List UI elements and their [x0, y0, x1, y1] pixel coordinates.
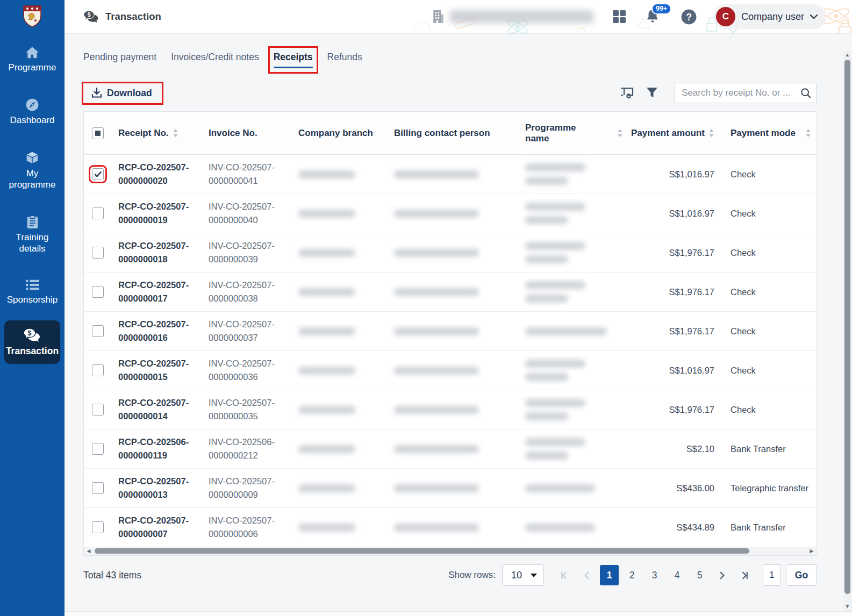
payment-mode-cell: Check — [722, 207, 817, 220]
redacted-programme-name — [525, 524, 595, 532]
rows-per-page-select[interactable]: 10 — [502, 564, 544, 586]
scroll-left-arrow[interactable]: ◀ — [85, 549, 92, 554]
row-checkbox[interactable] — [92, 247, 104, 259]
home-icon — [25, 46, 39, 59]
search-icon[interactable] — [800, 87, 811, 99]
toolbar-right — [620, 83, 817, 103]
payment-mode-cell: Check — [722, 325, 817, 338]
sidebar-item-dashboard[interactable]: Dashboard — [2, 98, 62, 126]
row-checkbox[interactable] — [92, 443, 104, 455]
table-toolbar: Download — [83, 83, 817, 103]
clipboard-icon — [26, 215, 39, 229]
redacted-company-branch — [298, 210, 355, 218]
vertical-scrollbar-thumb[interactable] — [844, 60, 850, 594]
row-checkbox[interactable] — [92, 482, 104, 494]
help-button[interactable]: ? — [681, 9, 697, 25]
redacted-programme-name — [525, 203, 585, 224]
column-header-payment-amount: Payment amount — [631, 128, 705, 139]
horizontal-scrollbar-thumb[interactable] — [95, 548, 749, 554]
redacted-billing-contact — [394, 445, 479, 453]
search-input[interactable] — [682, 88, 800, 98]
redacted-billing-contact — [394, 327, 479, 335]
go-button[interactable]: Go — [786, 564, 817, 586]
payment-mode-cell: Telegraphic transfer — [722, 482, 817, 495]
question-mark-icon: ? — [681, 9, 697, 25]
goto-page-input[interactable] — [763, 564, 781, 586]
next-page-button[interactable] — [713, 565, 732, 585]
tab-invoices-credit-notes[interactable]: Invoices/Credit notes — [171, 52, 259, 68]
first-page-button[interactable] — [555, 565, 574, 585]
column-header-payment-mode: Payment mode — [731, 128, 796, 139]
cube-icon — [25, 151, 39, 165]
sidebar-item-sponsorship[interactable]: Sponsorship — [2, 278, 62, 305]
payment-mode-cell: Check — [722, 285, 817, 299]
chevron-right-icon — [718, 571, 726, 580]
sidebar-nav: Programme Dashboard My programme Trainin… — [0, 31, 65, 364]
tab-refunds[interactable]: Refunds — [327, 52, 362, 68]
sort-icon[interactable] — [173, 128, 178, 138]
invoice-no-cell: INV-CO-202507-0000000039 — [209, 239, 298, 266]
row-checkbox[interactable] — [92, 286, 104, 298]
sidebar-item-transaction[interactable]: $ Transaction — [4, 320, 60, 364]
receipt-no-cell: RCP-CO-202507-0000000015 — [118, 357, 209, 384]
payment-amount-cell: S$1,976.17 — [631, 246, 722, 260]
filter-icon — [646, 87, 658, 99]
payment-amount-cell: S$1,016.97 — [631, 168, 722, 181]
pagination: Show rows: 10 1 2 3 4 5 — [448, 564, 817, 586]
topbar-actions: 99+ ? C Company user — [432, 4, 852, 29]
page-button-1[interactable]: 1 — [600, 565, 619, 585]
redacted-programme-name — [525, 438, 585, 460]
user-avatar: C — [716, 7, 735, 26]
row-checkbox-checked[interactable] — [92, 168, 104, 180]
page-title-group: $ Transaction — [83, 10, 161, 24]
scroll-right-arrow[interactable]: ▶ — [808, 549, 815, 554]
redacted-billing-contact — [394, 367, 479, 375]
table-row: RCP-CO-202507-0000000018 INV-CO-202507-0… — [84, 233, 817, 273]
row-checkbox[interactable] — [92, 404, 104, 416]
previous-page-button[interactable] — [577, 565, 596, 585]
svg-text:$: $ — [28, 329, 32, 336]
page-title: Transaction — [105, 11, 161, 23]
page-button-4[interactable]: 4 — [668, 565, 686, 585]
scroll-up-arrow[interactable]: ▲ — [845, 51, 850, 59]
sidebar-item-training-details[interactable]: Training details — [2, 215, 62, 255]
row-checkbox[interactable] — [92, 207, 104, 219]
redacted-company-branch — [298, 445, 355, 453]
download-button[interactable]: Download — [83, 83, 162, 103]
sort-icon[interactable] — [617, 128, 623, 138]
redacted-company-branch — [298, 170, 355, 178]
redacted-programme-name — [525, 163, 585, 185]
page-button-2[interactable]: 2 — [622, 565, 641, 585]
scroll-down-arrow[interactable]: ▼ — [845, 603, 850, 610]
chevron-down-icon — [810, 15, 818, 19]
receipt-no-cell: RCP-CO-202507-0000000020 — [118, 161, 209, 188]
page: Programme Dashboard My programme Trainin… — [0, 0, 852, 616]
redacted-company-branch — [298, 327, 355, 335]
select-all-checkbox[interactable] — [92, 127, 104, 139]
tab-pending-payment[interactable]: Pending payment — [83, 52, 156, 68]
sidebar-item-programme[interactable]: Programme — [2, 46, 62, 73]
row-checkbox[interactable] — [92, 325, 104, 337]
page-button-5[interactable]: 5 — [690, 565, 709, 585]
row-checkbox[interactable] — [92, 521, 104, 533]
payment-amount-cell: S$1,976.17 — [631, 325, 722, 338]
row-checkbox[interactable] — [92, 364, 104, 376]
last-page-button[interactable] — [735, 565, 754, 585]
redacted-programme-name — [525, 281, 585, 303]
tab-receipts[interactable]: Receipts — [274, 52, 313, 68]
redacted-billing-contact — [394, 249, 479, 257]
redacted-company-name — [449, 10, 593, 23]
page-button-3[interactable]: 3 — [645, 565, 664, 585]
sidebar: Programme Dashboard My programme Trainin… — [0, 0, 65, 616]
table-settings-icon — [620, 87, 634, 99]
receipt-no-cell: RCP-CO-202507-0000000007 — [118, 514, 209, 541]
sort-icon[interactable] — [805, 128, 811, 138]
user-menu[interactable]: C Company user — [713, 4, 826, 29]
payment-amount-cell: S$1,016.97 — [631, 364, 722, 377]
sidebar-item-my-programme[interactable]: My programme — [2, 151, 62, 191]
column-settings-button[interactable] — [620, 87, 634, 99]
app-grid-button[interactable] — [612, 9, 627, 24]
filter-button[interactable] — [646, 87, 658, 99]
sort-icon[interactable] — [708, 128, 714, 138]
redacted-billing-contact — [394, 288, 479, 296]
